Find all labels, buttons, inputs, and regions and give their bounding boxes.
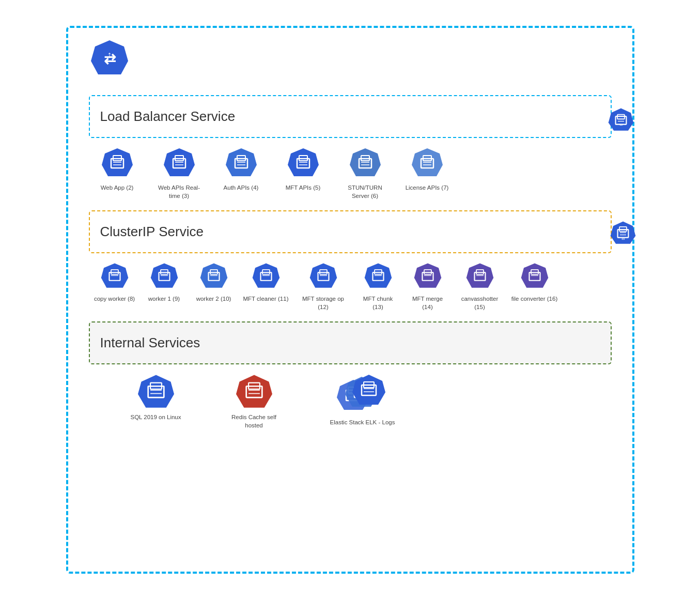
pod-license-apis: License APIs (7): [404, 146, 450, 192]
load-balancer-title: Load Balancer Service: [100, 104, 600, 129]
pod-mft-chunk-label: MFT chunk (13): [357, 295, 399, 311]
pod-stun-turn: STUN/TURN Server (6): [342, 146, 388, 200]
pod-file-converter: file converter (16): [511, 262, 558, 303]
pod-mft-merge: MFT merge (14): [407, 262, 448, 311]
shuffle-icon-container: ⇄ ↕: [89, 38, 130, 82]
svg-marker-81: [138, 375, 174, 407]
pod-elastic-stack: Elastic Stack ELK - Logs: [326, 373, 399, 426]
pod-mft-chunk: MFT chunk (13): [357, 262, 399, 311]
svg-marker-86: [236, 375, 272, 407]
load-balancer-side-icon: ⇔: [608, 106, 634, 135]
pod-auth-apis: Auth APIs (4): [218, 146, 265, 192]
internal-services-section: Internal Services: [89, 321, 612, 364]
pod-redis-label: Redis Cache self hosted: [223, 413, 285, 429]
pod-auth-apis-label: Auth APIs (4): [224, 183, 259, 192]
pod-mft-cleaner: MFT cleaner (11): [243, 262, 289, 303]
pod-mft-storage-label: MFT storage op (12): [298, 295, 349, 311]
pod-mft-apis: MFT APIs (5): [280, 146, 326, 192]
pod-canvasshotter-label: canvasshotter (15): [457, 295, 503, 311]
cluster-ip-side-icon: ⇔: [610, 220, 636, 249]
elastic-stack-icon: [337, 373, 388, 412]
svg-marker-101: [352, 375, 385, 405]
pod-redis: Redis Cache self hosted: [223, 373, 285, 429]
pod-copy-worker: copy worker (8): [94, 262, 135, 303]
pod-elastic-stack-label: Elastic Stack ELK - Logs: [330, 418, 395, 426]
pod-worker2: worker 2 (10): [193, 262, 235, 303]
svg-text:⇔: ⇔: [621, 237, 625, 241]
pod-web-app: Web App (2): [94, 146, 141, 192]
pod-mft-merge-label: MFT merge (14): [407, 295, 448, 311]
cluster-ip-section: ClusterIP Service ⇔: [89, 210, 612, 253]
cluster-ip-pods: copy worker (8) worker 1 (9) worker 2 (1…: [89, 262, 612, 311]
shuffle-icon: ⇄ ↕: [89, 38, 130, 80]
pod-web-app-label: Web App (2): [101, 183, 134, 192]
pod-canvasshotter: canvasshotter (15): [457, 262, 503, 311]
svg-text:↕: ↕: [107, 50, 112, 60]
pod-worker2-label: worker 2 (10): [196, 295, 231, 303]
pod-mft-cleaner-label: MFT cleaner (11): [243, 295, 289, 303]
pod-license-apis-label: License APIs (7): [406, 183, 449, 192]
pod-copy-worker-label: copy worker (8): [94, 295, 135, 303]
load-balancer-pods: Web App (2) Web APIs Real-time (3) Auth …: [89, 146, 612, 200]
internal-services-title: Internal Services: [100, 331, 600, 355]
load-balancer-section: Load Balancer Service ⇔: [89, 95, 612, 138]
pod-web-apis-label: Web APIs Real-time (3): [156, 183, 203, 200]
diagram-outer: ⇄ ↕ Load Balancer Service ⇔ Web App (2) …: [66, 26, 634, 574]
pod-mft-storage: MFT storage op (12): [298, 262, 349, 311]
pod-worker1: worker 1 (9): [144, 262, 185, 303]
pod-sql-linux: SQL 2019 on Linux: [130, 373, 182, 421]
pod-web-apis: Web APIs Real-time (3): [156, 146, 203, 200]
internal-services-pods: SQL 2019 on Linux Redis Cache self hoste…: [89, 373, 612, 429]
pod-sql-linux-label: SQL 2019 on Linux: [130, 413, 181, 421]
cluster-ip-title: ClusterIP Service: [100, 220, 600, 244]
pod-stun-turn-label: STUN/TURN Server (6): [342, 183, 388, 200]
svg-text:⇔: ⇔: [619, 122, 623, 127]
pod-file-converter-label: file converter (16): [511, 295, 557, 303]
pod-worker1-label: worker 1 (9): [148, 295, 180, 303]
pod-mft-apis-label: MFT APIs (5): [286, 183, 321, 192]
